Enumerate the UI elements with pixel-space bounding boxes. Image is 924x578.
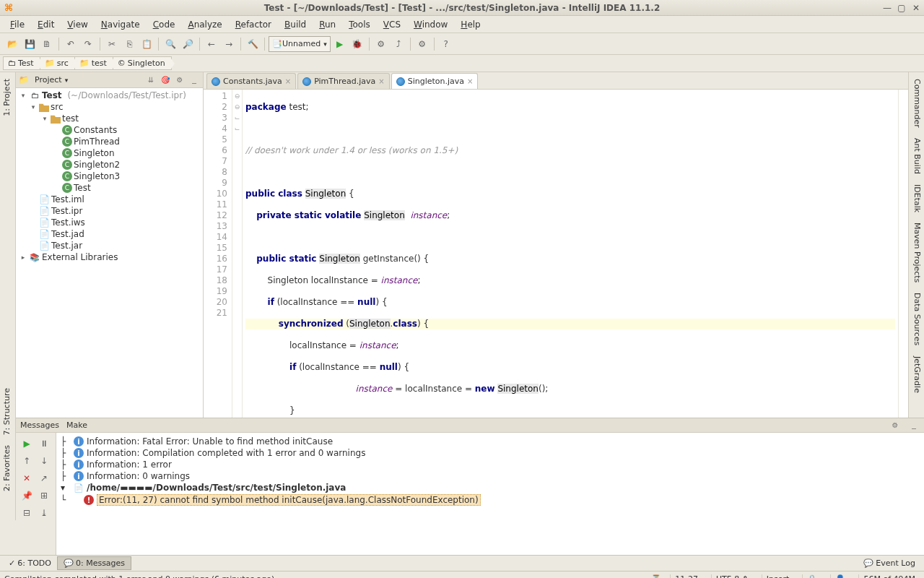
project-tree[interactable]: ▾🗀 Test (~/Downloads/Test/Test.ipr) ▾src…: [16, 88, 203, 418]
tree-node[interactable]: 📄Test.ipr: [17, 205, 201, 217]
copy-button[interactable]: ⎘: [121, 36, 137, 52]
editor-tab[interactable]: PimThread.java ×: [297, 73, 390, 89]
maximize-button[interactable]: ▢: [897, 3, 907, 13]
tree-node[interactable]: 📄Test.jar: [17, 240, 201, 251]
tab-close-icon[interactable]: ×: [285, 77, 291, 85]
side-tab[interactable]: 2: Favorites: [0, 440, 14, 496]
minimize-button[interactable]: —: [882, 3, 892, 13]
back-button[interactable]: ←: [204, 36, 219, 52]
menu-vcs[interactable]: VCS: [378, 17, 406, 32]
tree-root[interactable]: ▾🗀 Test (~/Downloads/Test/Test.ipr): [17, 90, 201, 101]
menu-tools[interactable]: Tools: [343, 17, 376, 32]
tree-libs[interactable]: ▸📚External Libraries: [17, 251, 201, 263]
tree-node[interactable]: 📄Test.iml: [17, 194, 201, 205]
autoscroll-icon[interactable]: 🎯: [160, 74, 171, 86]
todo-tab[interactable]: ✓ 6: TODO: [3, 557, 57, 569]
tree-node[interactable]: 📄Test.jad: [17, 228, 201, 240]
save-button[interactable]: 💾: [22, 36, 38, 52]
messages-bottom-tab[interactable]: 💬 0: Messages: [57, 556, 131, 570]
expand-all-button[interactable]: ⊞: [36, 488, 52, 504]
debug-button[interactable]: 🐞: [349, 36, 365, 52]
collapse-button[interactable]: ⊟: [19, 505, 35, 521]
menu-run[interactable]: Run: [313, 17, 341, 32]
help-button[interactable]: ?: [438, 36, 454, 52]
down-button[interactable]: ↓: [36, 453, 52, 469]
msg-info[interactable]: Information: 0 warnings: [87, 471, 190, 481]
tree-node[interactable]: 📄Test.iws: [17, 217, 201, 228]
side-tab[interactable]: Maven Projects: [909, 217, 924, 288]
run-button[interactable]: ▶: [332, 36, 348, 52]
menu-window[interactable]: Window: [408, 17, 453, 32]
menu-analyze[interactable]: Analyze: [182, 17, 227, 32]
side-tab[interactable]: Commander: [909, 74, 924, 133]
run-config-combo[interactable]: 📑 Unnamed: [269, 36, 331, 52]
memory-indicator[interactable]: 56M of 494M: [858, 574, 920, 578]
editor-tab[interactable]: Constants.java ×: [206, 73, 296, 89]
msg-info[interactable]: Information: Compilation completed with …: [87, 448, 365, 458]
event-log-tab[interactable]: 💬 Event Log: [858, 557, 921, 569]
side-tab[interactable]: Ant Build: [909, 133, 924, 179]
crumb-singleton[interactable]: © Singleton: [113, 56, 172, 70]
forward-button[interactable]: →: [221, 36, 237, 52]
menu-refactor[interactable]: Refactor: [230, 17, 277, 32]
editor-tab[interactable]: Singleton.java ×: [391, 73, 479, 89]
vcs-button[interactable]: ⤴: [391, 36, 406, 52]
project-view-combo[interactable]: Project: [32, 72, 71, 88]
inspector-icon[interactable]: 👤: [830, 574, 850, 578]
menu-code[interactable]: Code: [147, 17, 181, 32]
menu-view[interactable]: View: [61, 17, 93, 32]
replace-button[interactable]: 🔎: [180, 36, 196, 52]
msg-info[interactable]: Information: 1 error: [87, 460, 172, 470]
cut-button[interactable]: ✂: [104, 36, 120, 52]
msg-info[interactable]: Information: Fatal Error: Unable to find…: [87, 436, 333, 447]
messages-tree[interactable]: ├iInformation: Fatal Error: Unable to fi…: [56, 433, 924, 555]
tree-node[interactable]: CSingleton: [17, 147, 201, 159]
make-tab[interactable]: Make: [66, 420, 87, 430]
lock-icon[interactable]: 🔒: [802, 574, 821, 578]
messages-tab[interactable]: Messages: [20, 420, 59, 430]
cursor-position[interactable]: 11:27: [670, 574, 702, 578]
side-tab[interactable]: JetGradle: [909, 351, 924, 398]
attach-button[interactable]: ⚙: [373, 36, 389, 52]
settings-button[interactable]: ⚙: [414, 36, 430, 52]
tree-node[interactable]: ▾src: [17, 101, 201, 113]
paste-button[interactable]: 📋: [139, 36, 154, 52]
side-tab[interactable]: 7: Structure: [0, 383, 14, 440]
close-msg-button[interactable]: ✕: [19, 470, 35, 486]
crumb-test[interactable]: 📁 test: [74, 56, 113, 70]
build-button[interactable]: 🔨: [245, 36, 261, 52]
messages-hide-icon[interactable]: ⎯: [908, 420, 920, 431]
find-button[interactable]: 🔍: [162, 36, 178, 52]
fold-gutter[interactable]: ⊖⊖⌙⌙: [232, 90, 243, 418]
tree-node[interactable]: CTest: [17, 182, 201, 194]
side-tab[interactable]: IDEtalk: [909, 179, 924, 217]
close-button[interactable]: ✕: [911, 3, 921, 13]
code-area[interactable]: package test; // doesn't work under 1.4 …: [243, 90, 898, 418]
settings-icon[interactable]: ⚙: [174, 74, 186, 86]
up-button[interactable]: ↑: [19, 453, 35, 469]
export-button[interactable]: ↗: [36, 470, 52, 486]
messages-settings-icon[interactable]: ⚙: [889, 420, 901, 431]
save-all-button[interactable]: 🗎: [39, 36, 55, 52]
side-tab[interactable]: Data Sources: [909, 288, 924, 350]
menu-navigate[interactable]: Navigate: [95, 17, 146, 32]
tab-close-icon[interactable]: ×: [378, 77, 384, 85]
line-gutter[interactable]: 123456789101112131415161718192021: [204, 90, 232, 418]
tree-node[interactable]: CSingleton2: [17, 159, 201, 171]
insert-mode[interactable]: Insert: [762, 574, 794, 578]
error-stripe[interactable]: [898, 90, 908, 418]
tree-node[interactable]: CSingleton3: [17, 171, 201, 182]
crumb-src[interactable]: 📁 src: [40, 56, 75, 70]
tree-node[interactable]: ▾test: [17, 113, 201, 124]
msg-error[interactable]: Error:(11, 27) cannot find symbol method…: [97, 494, 481, 506]
pin-button[interactable]: 📌: [19, 488, 35, 504]
menu-file[interactable]: File: [4, 17, 30, 32]
tree-node[interactable]: CConstants: [17, 124, 201, 136]
rerun-button[interactable]: ▶: [19, 436, 35, 452]
open-button[interactable]: 📂: [4, 36, 20, 52]
encoding[interactable]: UTF-8 ⇕: [711, 574, 753, 578]
collapse-all-icon[interactable]: ⇊: [145, 74, 157, 86]
tree-node[interactable]: CPimThread: [17, 136, 201, 147]
redo-button[interactable]: ↷: [80, 36, 96, 52]
undo-button[interactable]: ↶: [63, 36, 79, 52]
